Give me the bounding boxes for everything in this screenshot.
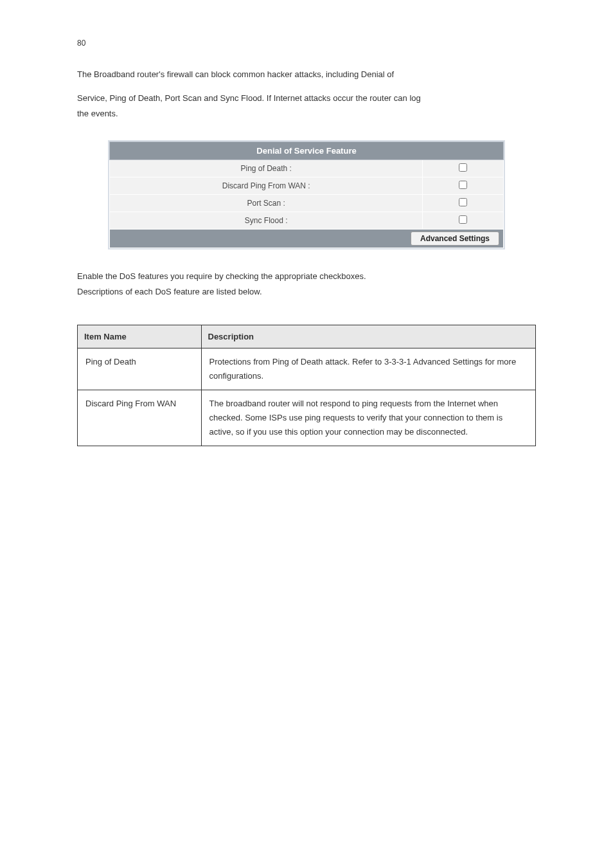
port-scan-checkbox[interactable] (459, 198, 467, 206)
discard-ping-checkbox[interactable] (459, 181, 467, 189)
port-scan-label: Port Scan : (110, 195, 423, 212)
desc-text-discard-ping: The broadband router will not respond to… (201, 390, 536, 446)
table-row: Ping of Death : (110, 160, 504, 177)
panel-header: Denial of Service Feature (110, 142, 504, 160)
sync-flood-checkbox[interactable] (459, 215, 467, 224)
table-row: Ping of Death Protections from Ping of D… (78, 348, 536, 390)
intro-line2: Service, Ping of Death, Port Scan and Sy… (77, 91, 536, 105)
table-row: Port Scan : (110, 195, 504, 212)
table-row: Sync Flood : (110, 212, 504, 230)
intro-line3: the events. (77, 106, 536, 121)
page-number: 80 (77, 39, 536, 48)
column-header-item: Item Name (78, 325, 202, 348)
instruction-block: Enable the DoS features you require by c… (77, 269, 536, 299)
discard-ping-label: Discard Ping From WAN : (110, 177, 423, 195)
instruction-line1: Enable the DoS features you require by c… (77, 269, 536, 284)
table-row: Discard Ping From WAN The broadband rout… (78, 390, 536, 446)
intro-line1: The Broadband router's firewall can bloc… (77, 67, 536, 82)
desc-text-ping-of-death: Protections from Ping of Death attack. R… (201, 348, 536, 390)
desc-item-discard-ping: Discard Ping From WAN (78, 390, 202, 446)
description-table: Item Name Description Ping of Death Prot… (77, 325, 536, 446)
dos-settings-panel: Denial of Service Feature Ping of Death … (108, 140, 505, 249)
column-header-description: Description (201, 325, 536, 348)
sync-flood-label: Sync Flood : (110, 212, 423, 230)
instruction-line2: Descriptions of each DoS feature are lis… (77, 284, 536, 299)
desc-item-ping-of-death: Ping of Death (78, 348, 202, 390)
table-row: Discard Ping From WAN : (110, 177, 504, 195)
advanced-settings-button[interactable]: Advanced Settings (411, 231, 499, 246)
ping-of-death-label: Ping of Death : (110, 160, 423, 177)
ping-of-death-checkbox[interactable] (459, 163, 467, 172)
intro-block: The Broadband router's firewall can bloc… (77, 67, 536, 121)
